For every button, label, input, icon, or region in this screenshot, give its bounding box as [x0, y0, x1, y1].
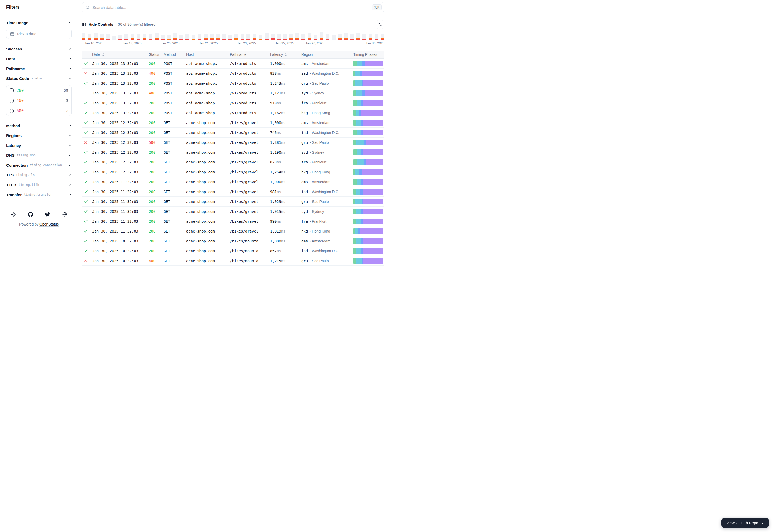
filter-section-dns[interactable]: DNS timing.dns — [6, 150, 72, 160]
date-picker-input[interactable]: Pick a date — [6, 29, 72, 39]
table-row[interactable]: Jan 30, 2025 11:32:03 200 GET acme-shop.… — [82, 207, 384, 216]
x-icon — [84, 140, 87, 144]
filter-section-transfer[interactable]: Transfer timing.transfer — [6, 190, 72, 200]
timing-segment — [353, 130, 357, 135]
filter-section-success[interactable]: Success — [6, 44, 72, 54]
github-link-button[interactable] — [28, 212, 33, 217]
region-cell: ams- Amsterdam — [301, 180, 353, 184]
table-row[interactable]: Jan 30, 2025 10:32:03 200 GET acme-shop.… — [82, 236, 384, 246]
column-header-method: Method — [163, 52, 186, 57]
table-row[interactable]: Jan 30, 2025 10:32:03 200 GET acme-shop.… — [82, 246, 384, 256]
table-row[interactable]: Jan 30, 2025 12:32:03 200 GET acme-shop.… — [82, 167, 384, 177]
table-row[interactable]: Jan 30, 2025 11:32:03 200 GET acme-shop.… — [82, 187, 384, 197]
timing-segment — [364, 159, 366, 165]
table-row[interactable]: Jan 30, 2025 13:32:03 200 POST api.acme-… — [82, 98, 384, 108]
region-cell: fra- Frankfurt — [301, 219, 353, 223]
table-row[interactable]: Jan 30, 2025 12:32:03 500 GET acme-shop.… — [82, 138, 384, 147]
host-cell: acme-shop.com — [186, 140, 230, 145]
timing-phases-bar — [353, 179, 383, 185]
search-input[interactable] — [92, 5, 369, 10]
filter-section-method[interactable]: Method — [6, 121, 72, 131]
x-icon — [84, 71, 87, 75]
table-row[interactable]: Jan 30, 2025 13:32:03 400 POST api.acme-… — [82, 69, 384, 78]
table-row[interactable]: Jan 30, 2025 12:32:03 200 GET acme-shop.… — [82, 157, 384, 167]
column-header-latency[interactable]: Latency — [270, 52, 301, 57]
timing-phases-cell — [353, 80, 384, 86]
table-row[interactable]: Jan 30, 2025 12:32:03 200 GET acme-shop.… — [82, 128, 384, 138]
status-code-option[interactable]: 500 2 — [6, 106, 71, 116]
region-cell: hkg- Hong Kong — [301, 111, 353, 115]
openstatus-link[interactable]: OpenStatus — [39, 222, 59, 227]
table-row[interactable]: Jan 30, 2025 11:32:03 200 GET acme-shop.… — [82, 197, 384, 207]
date-picker-placeholder: Pick a date — [17, 32, 36, 36]
view-options-button[interactable] — [376, 20, 384, 29]
filter-section-tls[interactable]: TLS timing.tls — [6, 170, 72, 180]
hide-controls-button[interactable]: Hide Controls — [82, 22, 113, 27]
column-header-date[interactable]: Date — [92, 52, 149, 57]
website-link-button[interactable] — [62, 212, 67, 217]
status-code-option[interactable]: 200 25 — [6, 85, 71, 96]
timeline-bar — [259, 35, 262, 40]
filter-section-regions[interactable]: Regions — [6, 131, 72, 140]
latency-cell: 838ms — [270, 71, 301, 76]
method-cell: GET — [163, 259, 186, 263]
check-icon — [84, 120, 88, 125]
date-cell: Jan 30, 2025 12:32:03 — [92, 140, 149, 145]
table-row[interactable]: Jan 30, 2025 13:32:03 200 POST api.acme-… — [82, 59, 384, 69]
result-icon-cell — [82, 120, 92, 125]
timing-phases-cell — [353, 219, 384, 224]
timing-segment — [353, 199, 355, 204]
method-cell: GET — [163, 209, 186, 214]
filter-section-ttfb[interactable]: TTFB timing.ttfb — [6, 180, 72, 190]
table-row[interactable]: Jan 30, 2025 12:32:03 200 GET acme-shop.… — [82, 147, 384, 157]
status-cell: 200 — [149, 150, 163, 154]
timing-segment — [364, 140, 366, 145]
column-header-timing-phases: Timing Phases — [353, 52, 384, 57]
checkbox[interactable] — [10, 88, 13, 92]
filter-section-pathname[interactable]: Pathname — [6, 64, 72, 73]
result-icon-cell — [82, 199, 92, 204]
filter-section-connection[interactable]: Connection timing.connection — [6, 160, 72, 170]
timing-phases-bar — [353, 258, 383, 264]
filter-section-status-code[interactable]: Status Code status — [6, 73, 72, 83]
table-row[interactable]: Jan 30, 2025 13:32:03 200 POST api.acme-… — [82, 108, 384, 118]
filter-section-time-range[interactable]: Time Range — [6, 18, 72, 28]
table-row[interactable]: Jan 30, 2025 11:32:03 200 GET acme-shop.… — [82, 177, 384, 187]
timing-segment — [361, 209, 363, 214]
timing-phases-bar — [353, 199, 383, 204]
theme-toggle-button[interactable] — [11, 212, 16, 217]
sidebar-title: Filters — [6, 5, 72, 10]
table-row[interactable]: Jan 30, 2025 13:32:03 400 POST api.acme-… — [82, 88, 384, 98]
date-cell: Jan 30, 2025 13:32:03 — [92, 101, 149, 105]
table-row[interactable]: Jan 30, 2025 10:32:03 400 GET acme-shop.… — [82, 256, 384, 266]
filter-section-latency[interactable]: Latency — [6, 140, 72, 150]
timeline-bar — [173, 33, 177, 40]
timing-segment — [363, 209, 383, 214]
status-code-option[interactable]: 400 3 — [6, 96, 71, 106]
chevron-down-icon — [68, 47, 72, 51]
timing-phases-bar — [353, 61, 383, 66]
table-row[interactable]: Jan 30, 2025 13:32:03 200 POST api.acme-… — [82, 78, 384, 88]
latency-cell: 1,243ms — [270, 81, 301, 85]
checkbox[interactable] — [10, 109, 13, 113]
timeline-bars[interactable] — [82, 33, 384, 40]
method-cell: GET — [163, 249, 186, 253]
twitter-link-button[interactable] — [45, 212, 50, 217]
host-cell: acme-shop.com — [186, 180, 230, 184]
timeline-axis-label: Jan 30, 2025 — [366, 42, 384, 45]
search-bar: ⌘K — [82, 2, 384, 12]
timing-phases-bar — [353, 159, 383, 165]
timeline-bar — [143, 34, 146, 40]
checkbox[interactable] — [10, 99, 13, 103]
timing-segment — [360, 228, 383, 234]
timing-phases-bar — [353, 90, 383, 96]
timing-segment — [360, 189, 363, 195]
table-row[interactable]: Jan 30, 2025 12:32:03 200 GET acme-shop.… — [82, 118, 384, 128]
status-cell: 400 — [149, 259, 163, 263]
filter-section-host[interactable]: Host — [6, 54, 72, 64]
pathname-cell: /bikes/gravel — [230, 180, 270, 184]
table-row[interactable]: Jan 30, 2025 11:32:03 200 GET acme-shop.… — [82, 226, 384, 236]
host-cell: acme-shop.com — [186, 170, 230, 174]
timing-segment — [363, 199, 383, 204]
table-row[interactable]: Jan 30, 2025 11:32:03 200 GET acme-shop.… — [82, 216, 384, 226]
